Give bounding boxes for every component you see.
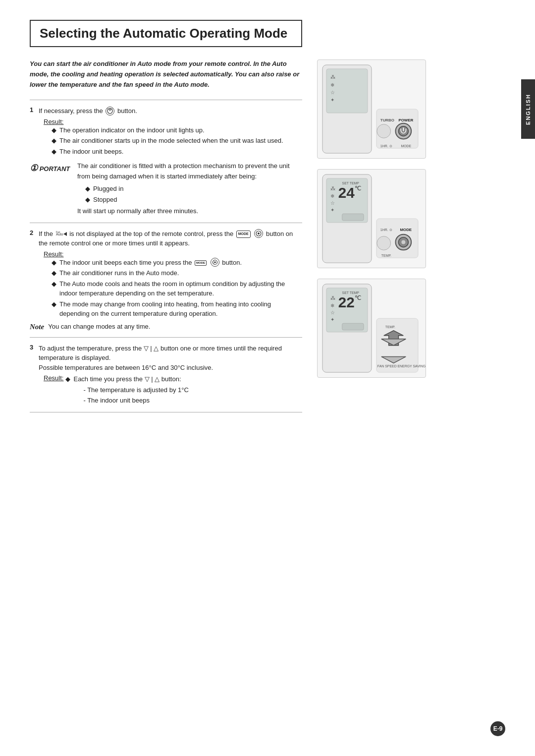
svg-text:☆: ☆ xyxy=(330,90,335,95)
svg-text:1HR. ⊙: 1HR. ⊙ xyxy=(380,228,392,232)
svg-text:✦: ✦ xyxy=(330,317,334,322)
result-item: ◆ The indoor unit beeps. xyxy=(52,147,302,157)
note-label: Note xyxy=(30,323,44,331)
svg-point-37 xyxy=(377,236,391,250)
svg-text:❄: ❄ xyxy=(330,82,334,88)
step-1-header: 1 If necessary, press the POWER button. xyxy=(30,106,302,116)
step-3-result: Result: ◆ Each time you press the ▽ | △ … xyxy=(44,374,302,406)
svg-text:FAN SPEED: FAN SPEED xyxy=(377,364,397,368)
svg-text:ENERGY SAVING.: ENERGY SAVING. xyxy=(397,364,426,368)
english-tab: ENGLISH xyxy=(521,79,535,139)
page-title: Selecting the Automatic Operating Mode xyxy=(30,20,302,47)
svg-text:☆: ☆ xyxy=(330,200,335,206)
important-block: ① PORTANT The air conditioner is fitted … xyxy=(30,161,302,216)
step-1-result: Result: ◆ The operation indicator on the… xyxy=(44,118,302,157)
step-3-number: 3 xyxy=(30,344,39,351)
svg-text:✦: ✦ xyxy=(330,97,334,103)
remote-image-2: SET TEMP 24 ℃ ⁂ ❄ ☆ ✦ 1HR. ⊙ MOD xyxy=(317,169,426,270)
divider-2 xyxy=(30,223,302,223)
result-label-2: Result: xyxy=(44,250,63,258)
svg-text:℃: ℃ xyxy=(355,294,361,301)
result-item: ◆ The Auto mode cools and heats the room… xyxy=(52,279,302,298)
result-item: ◆ The indoor unit beeps each time you pr… xyxy=(52,258,302,268)
mode-button-icon-inline xyxy=(211,258,219,267)
diamond-icon: ◆ xyxy=(85,195,90,205)
power-button-icon: POWER xyxy=(106,107,114,116)
step-1-number: 1 xyxy=(30,106,39,114)
svg-point-19 xyxy=(377,124,391,138)
svg-rect-33 xyxy=(342,214,364,221)
step-3-text: To adjust the temperature, press the ▽ |… xyxy=(39,344,302,373)
svg-text:1HR. ⊙: 1HR. ⊙ xyxy=(380,144,392,148)
content-area: Selecting the Automatic Operating Mode Y… xyxy=(0,0,535,756)
diamond-icon: ◆ xyxy=(85,184,90,194)
divider-1 xyxy=(30,100,302,100)
result-label-3: Result: xyxy=(44,374,63,382)
auto-fan-icon: Auto Fan xyxy=(56,230,67,238)
diamond-icon: ◆ xyxy=(65,374,70,384)
step-3: 3 To adjust the temperature, press the ▽… xyxy=(30,344,302,406)
mode-label-icon: MODE xyxy=(236,231,251,238)
note-text: You can change modes at any time. xyxy=(48,323,150,330)
important-label: PORTANT xyxy=(40,165,70,173)
step-3-sub-item-1: - The temperature is adjusted by 1°C xyxy=(83,385,188,396)
diamond-icon: ◆ xyxy=(52,258,56,268)
diamond-icon: ◆ xyxy=(52,125,56,135)
svg-rect-51 xyxy=(342,323,364,330)
divider-3 xyxy=(30,337,302,338)
diamond-icon: ◆ xyxy=(52,268,56,278)
intro-text: You can start the air conditioner in Aut… xyxy=(30,59,302,90)
step-2-number: 2 xyxy=(30,229,39,236)
result-item: ◆ The operation indicator on the indoor … xyxy=(52,125,302,135)
diamond-icon: ◆ xyxy=(52,299,56,309)
svg-text:✦: ✦ xyxy=(330,207,334,213)
important-footer: It will start up normally after three mi… xyxy=(77,206,302,217)
important-item: ◆ Stopped xyxy=(85,195,302,205)
side-tab-label: ENGLISH xyxy=(525,94,531,125)
result-item: ◆ The air conditioner runs in the Auto m… xyxy=(52,268,302,278)
step-1-text: If necessary, press the POWER button. xyxy=(39,106,137,116)
left-column: Selecting the Automatic Operating Mode Y… xyxy=(30,20,317,736)
svg-text:TEMP.: TEMP. xyxy=(385,325,395,329)
page-number: E-9 xyxy=(490,721,505,736)
step-2-result: Result: ◆ The indoor unit beeps each tim… xyxy=(44,250,302,319)
step-3-sub-items: - The temperature is adjusted by 1°C - T… xyxy=(83,385,188,406)
svg-text:❄: ❄ xyxy=(330,193,334,199)
svg-point-40 xyxy=(401,240,405,244)
note-block: Note You can change modes at any time. xyxy=(30,323,302,331)
step-3-subtext: Possible temperatures are between 16°C a… xyxy=(39,364,213,371)
important-items: ◆ Plugged in ◆ Stopped xyxy=(85,184,302,204)
result-item: ◆ Each time you press the ▽ | △ button: xyxy=(65,374,188,384)
result-label-1: Result: xyxy=(44,118,63,125)
step-2: 2 If the Auto Fan is not displayed at th… xyxy=(30,229,302,319)
step-3-header: 3 To adjust the temperature, press the ▽… xyxy=(30,344,302,373)
step-3-sub-item-2: - The indoor unit beeps xyxy=(83,396,188,406)
diamond-icon: ◆ xyxy=(52,136,56,146)
right-column: ⁂ ❄ ☆ ✦ TURBO POWER xyxy=(317,20,436,736)
step-1-result-items: ◆ The operation indicator on the indoor … xyxy=(52,125,302,157)
svg-text:⁂: ⁂ xyxy=(330,186,335,191)
svg-text:22: 22 xyxy=(338,294,355,310)
remote-image-1: ⁂ ❄ ☆ ✦ TURBO POWER xyxy=(317,59,426,160)
step-3-result-content: ◆ Each time you press the ▽ | △ button: … xyxy=(65,374,188,406)
svg-text:MODE: MODE xyxy=(401,144,411,148)
svg-text:MODE: MODE xyxy=(400,228,412,232)
svg-text:TEMP.: TEMP. xyxy=(381,254,391,257)
step-3-result-row: Result: ◆ Each time you press the ▽ | △ … xyxy=(44,374,302,406)
diamond-icon: ◆ xyxy=(52,279,56,289)
svg-point-7 xyxy=(258,233,260,234)
step-1: 1 If necessary, press the POWER button. xyxy=(30,106,302,156)
svg-text:⁂: ⁂ xyxy=(330,74,335,80)
mode-button-icon xyxy=(254,229,263,238)
svg-text:24: 24 xyxy=(338,184,355,201)
svg-text:POWER: POWER xyxy=(398,118,413,122)
svg-text:POWER: POWER xyxy=(107,108,113,110)
svg-text:☆: ☆ xyxy=(330,310,335,315)
page-number-container: E-9 xyxy=(490,721,505,736)
step-2-text: If the Auto Fan is not displayed at the … xyxy=(39,229,302,248)
important-content: The air conditioner is fitted with a pro… xyxy=(77,161,302,216)
svg-point-9 xyxy=(214,262,216,264)
result-item: ◆ The mode may change from cooling into … xyxy=(52,299,302,319)
step-2-result-items: ◆ The indoor unit beeps each time you pr… xyxy=(52,258,302,319)
important-m-icon: ① xyxy=(30,163,38,173)
